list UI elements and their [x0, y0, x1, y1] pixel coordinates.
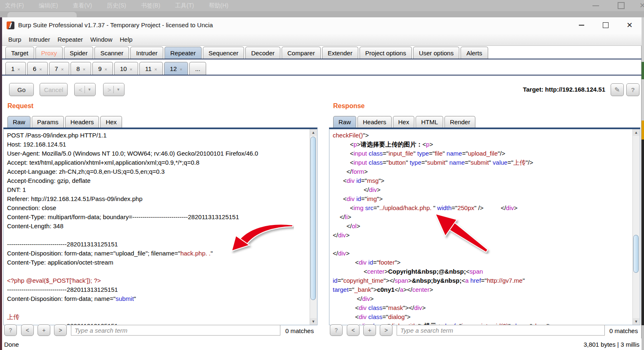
response-scrollbar[interactable]: ▲ ▼: [632, 129, 640, 325]
tab-repeater[interactable]: Repeater: [165, 47, 202, 59]
response-scrollbar-thumb[interactable]: [633, 235, 639, 273]
bg-menu-s[interactable]: 历史(S): [107, 2, 126, 9]
repeater-tab-6[interactable]: 6×: [27, 62, 48, 75]
background-window-sliver: [642, 17, 644, 62]
edit-target-button[interactable]: ✎: [611, 83, 624, 96]
response-search-add-button[interactable]: +: [363, 324, 376, 336]
request-search-input[interactable]: [71, 325, 280, 336]
close-tab-icon[interactable]: ×: [17, 67, 20, 72]
request-search-help-button[interactable]: ?: [4, 324, 17, 336]
tab-scanner[interactable]: Scanner: [94, 47, 129, 59]
tab-decoder[interactable]: Decoder: [245, 47, 280, 59]
menu-burp[interactable]: Burp: [8, 36, 21, 43]
minimize-button[interactable]: [576, 17, 587, 33]
request-scrollbar[interactable]: ▲ ▼: [310, 129, 317, 325]
bg-menu-h[interactable]: 帮助(H): [209, 2, 228, 9]
tab-intruder[interactable]: Intruder: [130, 47, 163, 59]
tab-target[interactable]: Target: [5, 47, 34, 59]
response-tab-html[interactable]: HTML: [416, 116, 443, 128]
go-button[interactable]: Go: [9, 83, 34, 96]
window-title: Burp Suite Professional v1.7.37 - Tempor…: [18, 17, 213, 33]
response-search-help-button[interactable]: ?: [330, 324, 343, 336]
response-search-prev-button[interactable]: <: [347, 324, 360, 336]
history-back-button[interactable]: <▼: [74, 83, 96, 96]
repeater-tab-10[interactable]: 10×: [114, 62, 138, 75]
close-tab-icon[interactable]: ×: [39, 67, 42, 72]
request-search-add-button[interactable]: +: [38, 324, 50, 336]
close-tab-icon[interactable]: ×: [130, 67, 132, 72]
code-line: <p>请选择要上传的图片：<p>: [333, 140, 633, 149]
request-tab-hex[interactable]: Hex: [100, 116, 122, 128]
response-search-next-button[interactable]: >: [380, 324, 393, 336]
close-tab-icon[interactable]: ×: [104, 67, 107, 72]
response-search-input[interactable]: [397, 325, 605, 336]
bg-menu-t[interactable]: 工具(T): [175, 2, 194, 9]
bg-menu-e[interactable]: 编辑(E): [39, 2, 58, 9]
code-line: <input class="input_file" type="file" na…: [333, 149, 633, 158]
code-line: <img src="../upload/hack.php. " width="2…: [333, 203, 633, 213]
request-raw-text[interactable]: POST /Pass-09/index.php HTTP/1.1Host: 19…: [4, 129, 310, 325]
code-line: Content-Disposition: form-data; name="up…: [7, 249, 310, 258]
request-editor[interactable]: POST /Pass-09/index.php HTTP/1.1Host: 19…: [3, 128, 317, 325]
code-line: <div id="msg">: [333, 176, 633, 185]
response-tab-raw[interactable]: Raw: [333, 116, 356, 128]
code-line: </div>: [333, 249, 633, 258]
burp-menubar: BurpIntruderRepeaterWindowHelp: [2, 33, 642, 46]
repeater-tab-7[interactable]: 7×: [49, 62, 70, 75]
scroll-up-icon[interactable]: ▲: [633, 129, 639, 136]
scroll-down-icon[interactable]: ▼: [310, 318, 317, 325]
tab-alerts[interactable]: Alerts: [461, 47, 488, 59]
repeater-tab-8[interactable]: 8×: [71, 62, 91, 75]
response-tab-render[interactable]: Render: [444, 116, 475, 128]
request-scrollbar-thumb[interactable]: [310, 137, 316, 300]
tab-proxy[interactable]: Proxy: [35, 47, 63, 59]
code-line: </div>: [333, 294, 633, 303]
code-line: <center>Copyright&nbsp;@&nbsp;<span: [333, 267, 633, 276]
response-tab-hex[interactable]: Hex: [393, 116, 415, 128]
request-search-prev-button[interactable]: <: [21, 324, 34, 336]
scroll-up-icon[interactable]: ▲: [310, 129, 317, 136]
repeater-tab-tab[interactable]: ...: [189, 62, 206, 75]
background-window-sliver: [642, 62, 644, 79]
menu-repeater[interactable]: Repeater: [57, 36, 83, 43]
cancel-button[interactable]: Cancel: [40, 83, 68, 96]
bg-menu-v[interactable]: 查看(V): [73, 2, 92, 9]
repeater-tab-bar: 1×6×7×8×9×10×11×12×...: [5, 62, 206, 75]
maximize-button[interactable]: [600, 17, 611, 33]
close-button[interactable]: ✕: [624, 17, 635, 33]
history-forward-button[interactable]: >▼: [103, 83, 125, 96]
menu-help[interactable]: Help: [120, 36, 132, 43]
close-tab-icon[interactable]: ×: [155, 67, 157, 72]
tab-extender[interactable]: Extender: [322, 47, 358, 59]
code-line: -----------------------------28201131312…: [7, 322, 310, 325]
repeater-tab-12[interactable]: 12×: [164, 62, 188, 75]
response-editor[interactable]: checkFile()"> <p>请选择要上传的图片：<p> <input cl…: [329, 128, 640, 325]
code-line: DNT: 1: [7, 185, 310, 194]
scroll-down-icon[interactable]: ▼: [633, 318, 639, 325]
bg-menu-b[interactable]: 书签(B): [141, 2, 160, 9]
tab-comparer[interactable]: Comparer: [282, 47, 321, 59]
close-tab-icon[interactable]: ×: [180, 67, 182, 72]
close-tab-icon[interactable]: ×: [83, 67, 85, 72]
code-line: Referer: http://192.168.124.51/Pass-09/i…: [7, 194, 310, 203]
forward-icon: >: [108, 86, 111, 93]
tab-spider[interactable]: Spider: [64, 47, 93, 59]
repeater-tab-1[interactable]: 1×: [5, 62, 26, 75]
status-text: Done: [4, 341, 19, 348]
menu-intruder[interactable]: Intruder: [29, 36, 50, 43]
request-tab-headers[interactable]: Headers: [65, 116, 99, 128]
help-button[interactable]: ?: [626, 83, 639, 96]
tab-sequencer[interactable]: Sequencer: [203, 47, 244, 59]
tab-user-options[interactable]: User options: [413, 47, 459, 59]
request-tab-params[interactable]: Params: [32, 116, 64, 128]
tab-project-options[interactable]: Project options: [360, 47, 412, 59]
repeater-tab-11[interactable]: 11×: [139, 62, 163, 75]
menu-window[interactable]: Window: [90, 36, 112, 43]
response-raw-text[interactable]: checkFile()"> <p>请选择要上传的图片：<p> <input cl…: [329, 129, 633, 325]
bg-menu-f[interactable]: 文件(F): [5, 2, 24, 9]
close-tab-icon[interactable]: ×: [61, 67, 63, 72]
repeater-tab-9[interactable]: 9×: [92, 62, 113, 75]
response-tab-headers[interactable]: Headers: [357, 116, 392, 128]
request-tab-raw[interactable]: Raw: [7, 116, 31, 128]
request-search-next-button[interactable]: >: [54, 324, 67, 336]
